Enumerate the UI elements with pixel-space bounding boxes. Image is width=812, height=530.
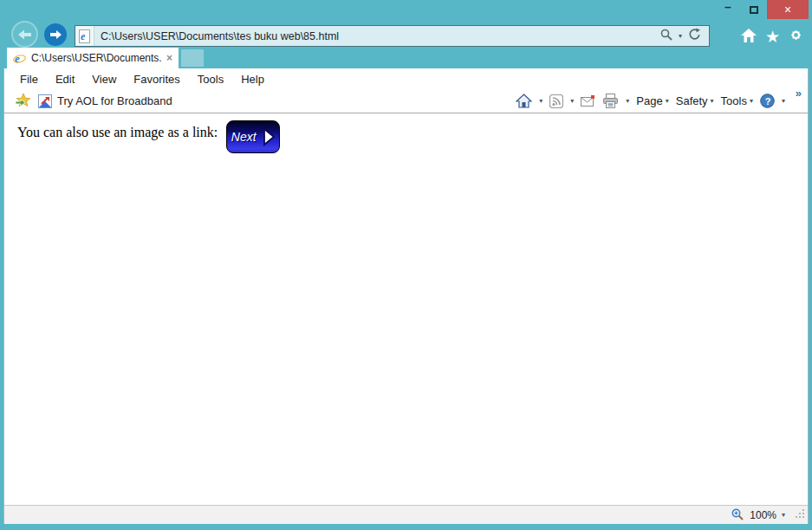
close-icon: × [784,3,791,16]
search-icon [660,29,672,41]
header-icons: ★ [740,27,804,47]
tab-row: e C:\Users\USER\Documents... × [0,48,812,68]
new-tab-button[interactable] [181,49,204,67]
minimize-icon: – [724,0,731,14]
ie-page-icon: e [78,29,91,43]
back-button[interactable] [11,21,38,48]
menu-item-favorites[interactable]: Favorites [125,73,188,86]
zoom-level-text: 100% [750,509,776,521]
menu-item-tools[interactable]: Tools [189,73,232,86]
status-bar: 100% ▾ [4,505,808,524]
tab-active[interactable]: e C:\Users\USER\Documents... × [7,48,179,68]
favorites-button[interactable]: ★ [765,29,780,46]
tools-menu-label: Tools [721,94,747,107]
maximize-button[interactable] [741,0,767,19]
home-page-icon [516,94,532,108]
menu-bar: File Edit View Favorites Tools Help [4,68,808,89]
favorites-bar: Try AOL for Broadband [4,93,172,110]
address-bar[interactable]: e C:\Users\USER\Documents\tes buku web\8… [75,25,710,47]
help-icon: ? [760,94,775,108]
favorite-item-label: Try AOL for Broadband [57,94,172,107]
forward-arrow-icon [49,29,62,40]
zoom-caret-icon: ▾ [782,512,785,519]
toolbar-overflow-button[interactable]: » [796,87,802,100]
add-favorite-button[interactable] [15,93,31,110]
forward-button[interactable] [44,23,67,46]
paragraph-text: You can also use an image as a link: [17,125,218,139]
safety-menu-label: Safety [676,94,708,107]
home-icon [740,28,757,43]
command-bar: Try AOL for Broadband ▾ [4,89,808,113]
address-tools: ▾ [660,28,709,44]
zoom-magnifier-icon [731,508,744,521]
safety-menu-button[interactable]: Safety ▾ [676,94,714,107]
svg-text:?: ? [765,96,771,107]
address-favicon: e [75,26,94,46]
minimize-button[interactable]: – [715,0,741,19]
window-controls: – × [715,0,809,19]
menu-item-edit[interactable]: Edit [47,73,83,86]
printer-icon [602,94,619,108]
safety-caret-icon: ▾ [711,98,714,105]
aol-favicon [38,94,52,108]
settings-button[interactable] [788,27,804,47]
read-mail-button[interactable] [581,95,595,107]
print-button[interactable] [602,94,619,108]
maximize-icon [750,6,758,14]
next-chevron-icon [263,127,276,146]
star-icon: ★ [765,28,780,46]
back-arrow-icon [17,29,32,41]
help-button[interactable]: ? [760,94,775,108]
browser-window: – × e [0,0,812,530]
page-caret-icon: ▾ [666,98,669,105]
next-label: Next [231,130,257,144]
favorite-item-aol[interactable]: Try AOL for Broadband [38,94,172,108]
refresh-icon [688,28,701,41]
next-image-link[interactable]: Next [226,120,280,153]
page-menu-label: Page [636,94,662,107]
tools-menu-button[interactable]: Tools ▾ [721,94,753,107]
refresh-button[interactable] [688,28,701,44]
home-dropdown-button[interactable]: ▾ [539,98,542,105]
svg-text:e: e [15,52,20,65]
window-bottom-border [0,524,812,530]
tab-close-button[interactable]: × [166,52,172,64]
browser-chrome: File Edit View Favorites Tools Help [3,68,809,524]
tools-caret-icon: ▾ [750,98,753,105]
title-bar: – × [0,0,812,24]
add-favorite-star-icon [15,93,31,107]
search-button[interactable] [660,29,672,44]
navigation-bar: e C:\Users\USER\Documents\tes buku web\8… [0,24,812,48]
print-dropdown-button[interactable]: ▾ [626,98,629,105]
page-menu-button[interactable]: Page ▾ [636,94,668,107]
resize-grip-icon [796,509,805,519]
page-content: You can also use an image as a link: Nex… [4,113,808,505]
menu-item-view[interactable]: View [83,73,125,86]
gear-icon [788,27,804,43]
home-page-button[interactable] [516,94,532,108]
menu-item-help[interactable]: Help [232,73,273,86]
tab-title: C:\Users\USER\Documents... [31,52,161,64]
feeds-button[interactable] [549,94,563,108]
command-buttons: ▾ ▾ [516,94,808,108]
rss-icon [549,94,563,108]
mail-icon [581,95,595,107]
ie-logo-icon: e [13,52,26,65]
menu-item-file[interactable]: File [11,73,47,86]
search-dropdown-button[interactable]: ▾ [679,33,682,40]
help-dropdown-button[interactable]: ▾ [782,98,785,105]
zoom-button[interactable]: 100% ▾ [731,508,785,521]
resize-grip[interactable] [796,507,805,522]
feeds-dropdown-button[interactable]: ▾ [570,98,574,105]
close-button[interactable]: × [767,0,809,19]
home-button[interactable] [740,28,757,47]
svg-text:e: e [81,30,86,42]
url-text[interactable]: C:\Users\USER\Documents\tes buku web\85.… [94,30,660,42]
